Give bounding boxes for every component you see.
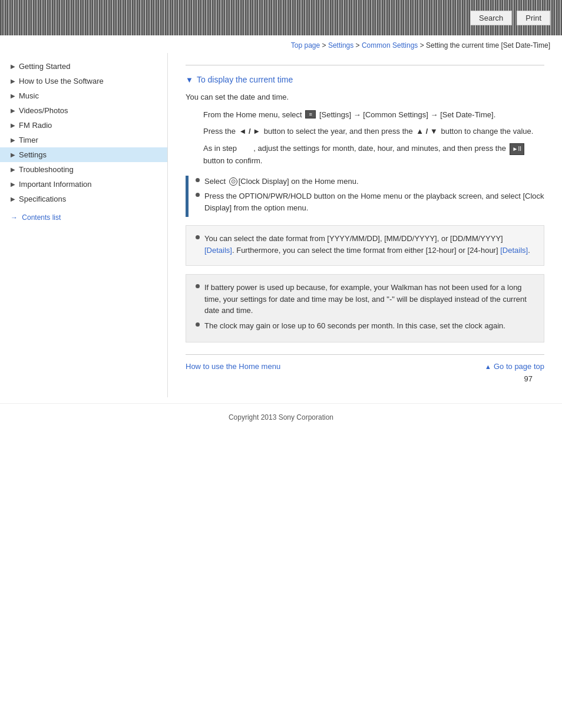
instruction2-mid: button to select the year, and then pres… — [264, 127, 413, 136]
blue-bar-bullet-list: Select ⊙[Clock Display] on the Home menu… — [196, 176, 544, 214]
breadcrumb-top-page[interactable]: Top page — [291, 41, 320, 50]
details-link-2[interactable]: [Details] — [500, 246, 528, 255]
sidebar-item-specifications[interactable]: ▶ Specifications — [0, 192, 167, 206]
instruction-3: As in step , adjust the settings for mon… — [203, 143, 544, 167]
breadcrumb-common-settings[interactable]: Common Settings — [362, 41, 418, 50]
blue-bar-content: Select ⊙[Clock Display] on the Home menu… — [196, 176, 544, 218]
main-layout: ▶ Getting Started ▶ How to Use the Softw… — [0, 53, 562, 397]
sidebar-link-how-to-use[interactable]: How to Use the Software — [19, 77, 104, 85]
info-bullet-list: You can select the date format from [YYY… — [196, 233, 534, 256]
instruction3-confirm: button to confirm. — [203, 156, 262, 165]
sidebar-arrow-fm-radio: ▶ — [11, 122, 15, 129]
note-box: If battery power is used up because, for… — [186, 274, 544, 342]
sidebar-arrow-important-information: ▶ — [11, 181, 15, 187]
clock-icon: ⊙ — [229, 177, 237, 186]
print-button[interactable]: Print — [517, 11, 550, 25]
sidebar-item-getting-started[interactable]: ▶ Getting Started — [0, 59, 167, 74]
sidebar-item-timer[interactable]: ▶ Timer — [0, 133, 167, 147]
sidebar-arrow-getting-started: ▶ — [11, 63, 15, 70]
sidebar-item-how-to-use[interactable]: ▶ How to Use the Software — [0, 74, 167, 88]
bullet-item-option-button: Press the OPTION/PWR/HOLD button on the … — [196, 190, 544, 213]
info-bullet-text-1: You can select the date format from [YYY… — [204, 233, 534, 256]
bottom-nav: How to use the Home menu ▲ Go to page to… — [186, 354, 544, 371]
sidebar-item-fm-radio[interactable]: ▶ FM Radio — [0, 118, 167, 133]
instruction2-start: Press the — [203, 127, 236, 136]
sidebar-link-getting-started[interactable]: Getting Started — [19, 62, 70, 71]
bullet-dot-2 — [196, 193, 200, 197]
sidebar: ▶ Getting Started ▶ How to Use the Softw… — [0, 53, 168, 397]
note-bullet-dot-2 — [196, 322, 200, 327]
intro-text: You can set the date and time. — [186, 91, 544, 103]
note-bullet-text-2: The clock may gain or lose up to 60 seco… — [204, 320, 505, 332]
sidebar-link-settings[interactable]: Settings — [19, 150, 47, 159]
breadcrumb: Top page > Settings > Common Settings > … — [0, 35, 562, 53]
contents-list-link[interactable]: Contents list — [22, 213, 61, 222]
instruction1-arrow1: → — [353, 110, 363, 119]
details-link-1[interactable]: [Details] — [204, 246, 232, 255]
go-to-top-triangle-icon: ▲ — [485, 363, 491, 370]
sidebar-item-settings[interactable]: ▶ Settings — [0, 147, 167, 162]
breadcrumb-current: Setting the current time [Set Date-Time] — [426, 41, 550, 50]
sidebar-item-videos-photos[interactable]: ▶ Videos/Photos — [0, 103, 167, 118]
sidebar-arrow-videos-photos: ▶ — [11, 107, 15, 114]
instruction1-settings: [Settings] — [319, 110, 351, 119]
bottom-nav-link[interactable]: How to use the Home menu — [186, 362, 280, 371]
sidebar-link-troubleshooting[interactable]: Troubleshooting — [19, 165, 74, 174]
sidebar-link-music[interactable]: Music — [19, 91, 39, 100]
sidebar-link-fm-radio[interactable]: FM Radio — [19, 121, 52, 130]
top-divider — [186, 65, 544, 65]
breadcrumb-separator3: > — [420, 41, 426, 50]
instruction1-arrow2: → — [431, 110, 441, 119]
breadcrumb-separator2: > — [356, 41, 362, 50]
note-bullet-item-1: If battery power is used up because, for… — [196, 282, 534, 317]
bullet-dot-1 — [196, 178, 200, 182]
bullet-item-clock-display: Select ⊙[Clock Display] on the Home menu… — [196, 176, 544, 187]
info-bullet-dot-1 — [196, 235, 200, 239]
info-box: You can select the date format from [YYY… — [186, 225, 544, 266]
note-bullet-dot-1 — [196, 284, 200, 288]
contents-arrow-icon: → — [11, 213, 18, 222]
breadcrumb-separator1: > — [322, 41, 328, 50]
breadcrumb-settings[interactable]: Settings — [328, 41, 353, 50]
sidebar-link-specifications[interactable]: Specifications — [19, 195, 66, 203]
sidebar-link-timer[interactable]: Timer — [19, 136, 38, 144]
copyright-text: Copyright 2013 Sony Corporation — [229, 413, 333, 421]
go-to-top[interactable]: ▲ Go to page top — [485, 362, 544, 371]
instruction2-buttons2: ▲ / ▼ — [416, 127, 438, 136]
footer: Copyright 2013 Sony Corporation — [0, 403, 562, 427]
blue-bar-section: Select ⊙[Clock Display] on the Home menu… — [186, 176, 544, 218]
sidebar-item-troubleshooting[interactable]: ▶ Troubleshooting — [0, 162, 167, 177]
instruction3-end: , adjust the settings for month, date, h… — [253, 144, 506, 153]
instruction-1: From the Home menu, select ≡ [Settings] … — [203, 109, 544, 121]
sidebar-arrow-specifications: ▶ — [11, 196, 15, 202]
sidebar-arrow-music: ▶ — [11, 93, 15, 99]
bullet2-text: Press the OPTION/PWR/HOLD button on the … — [204, 190, 544, 213]
note-bullet-text-1: If battery power is used up because, for… — [204, 282, 534, 317]
instruction2-buttons: ◄ / ► — [239, 127, 261, 136]
search-button[interactable]: Search — [470, 11, 512, 25]
sidebar-arrow-timer: ▶ — [11, 137, 15, 143]
bullet1-text: Select ⊙[Clock Display] on the Home menu… — [204, 176, 359, 187]
instruction1-common: [Common Settings] — [363, 110, 428, 119]
sidebar-link-videos-photos[interactable]: Videos/Photos — [19, 106, 68, 115]
sidebar-arrow-how-to-use: ▶ — [11, 78, 15, 84]
blue-bar — [186, 176, 189, 218]
sidebar-arrow-troubleshooting: ▶ — [11, 166, 15, 173]
settings-icon: ≡ — [305, 110, 316, 118]
instruction3-step — [242, 144, 249, 153]
instruction-2: Press the ◄ / ► button to select the yea… — [203, 126, 544, 138]
note-bullet-item-2: The clock may gain or lose up to 60 seco… — [196, 320, 534, 332]
note-bullet-list: If battery power is used up because, for… — [196, 282, 534, 331]
sidebar-arrow-settings: ▶ — [11, 151, 15, 158]
instruction2-end: button to change the value. — [441, 127, 534, 136]
sidebar-item-important-information[interactable]: ▶ Important Information — [0, 177, 167, 192]
sidebar-item-music[interactable]: ▶ Music — [0, 88, 167, 103]
heading-triangle-icon: ▼ — [186, 75, 193, 84]
instruction1-end: [Set Date-Time]. — [440, 110, 495, 119]
page-heading: ▼ To display the current time — [186, 75, 544, 84]
page-number: 97 — [186, 371, 544, 386]
go-to-top-link[interactable]: Go to page top — [494, 362, 544, 371]
instruction3-start: As in step — [203, 144, 237, 153]
content-area: ▼ To display the current time You can se… — [168, 53, 562, 397]
sidebar-link-important-information[interactable]: Important Information — [19, 180, 92, 189]
